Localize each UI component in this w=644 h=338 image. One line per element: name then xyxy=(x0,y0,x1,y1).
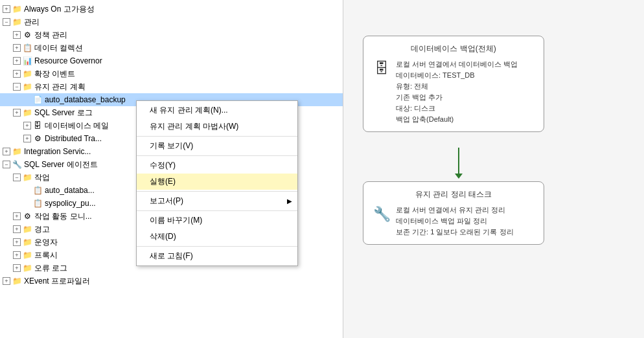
tree-label-integration: Integration Servic... xyxy=(24,147,91,156)
diagram-node-backup: 데이터베이스 백업(전체) 🗄 로컬 서버 연결에서 데이터베이스 백업 데이터… xyxy=(363,36,544,132)
folder-icon-integration: 📁 xyxy=(12,146,22,157)
expander-proxies[interactable]: + xyxy=(13,251,21,259)
menu-item-wizard[interactable]: 유지 관리 계획 마법사(W) xyxy=(137,118,297,135)
agent-icon: 🔧 xyxy=(12,159,22,170)
menu-sep-1 xyxy=(137,136,297,137)
expander-alerts[interactable]: + xyxy=(13,225,21,233)
right-panel: 데이터베이스 백업(전체) 🗄 로컬 서버 연결에서 데이터베이스 백업 데이터… xyxy=(343,0,644,338)
folder-icon-maintenance: 📁 xyxy=(22,82,32,92)
cleanup-line3: 보존 기간: 1 일보다 오래된 기록 정리 xyxy=(396,228,514,236)
folder-icon-jobs: 📁 xyxy=(22,172,32,183)
backup-line4: 기존 백업 추가 xyxy=(396,93,443,101)
gear-icon-resourcegov: 📊 xyxy=(22,56,32,66)
cleanup-text: 로컬 서버 연결에서 유지 관리 정리 데이터베이스 백업 파일 정리 보존 기… xyxy=(396,205,514,238)
tree-item-maintenance[interactable]: − 📁 유지 관리 계획 xyxy=(0,80,343,93)
expander-extevent[interactable]: + xyxy=(13,70,21,78)
tree-label-sqlagent: SQL Server 에이전트 xyxy=(24,159,98,170)
tree-label-alerts: 경고 xyxy=(34,224,50,235)
connector-arrow xyxy=(455,174,463,179)
expander-datacollection[interactable]: + xyxy=(13,44,21,52)
menu-label-execute: 실행(E) xyxy=(150,176,176,187)
menu-label-modify: 수정(Y) xyxy=(150,160,176,171)
menu-item-new-plan[interactable]: 새 유지 관리 계획(N)... xyxy=(137,102,297,118)
folder-icon-extevent: 📁 xyxy=(22,69,32,79)
tree-label-operators: 운영자 xyxy=(34,237,58,248)
expander-always-on[interactable]: + xyxy=(3,5,10,13)
cleanup-icon: 🔧 xyxy=(373,205,391,223)
node-backup-title: 데이터베이스 백업(전체) xyxy=(373,43,535,55)
menu-label-delete: 삭제(D) xyxy=(150,231,176,242)
tree-label-resourcegov: Resource Governor xyxy=(34,56,102,65)
menu-item-report[interactable]: 보고서(P) ▶ xyxy=(137,193,297,209)
tree-label-policy: 정책 관리 xyxy=(34,30,67,41)
folder-icon-errorlogs: 📁 xyxy=(22,263,32,273)
connector xyxy=(455,148,463,179)
node-backup-body: 🗄 로컬 서버 연결에서 데이터베이스 백업 데이터베이스: TEST_DB 유… xyxy=(373,59,535,125)
backup-line6: 백업 압축(Default) xyxy=(396,115,454,123)
db-icon-mail: 🗄 xyxy=(32,120,43,131)
menu-label-wizard: 유지 관리 계획 마법사(W) xyxy=(150,121,238,132)
tree-item-extevent[interactable]: + 📁 확장 이벤트 xyxy=(0,67,343,80)
tree-label-errorlogs: 오류 로그 xyxy=(34,263,67,274)
menu-item-modify[interactable]: 수정(Y) xyxy=(137,157,297,174)
expander-resourcegov[interactable]: + xyxy=(13,57,21,65)
menu-item-delete[interactable]: 삭제(D) xyxy=(137,229,297,245)
tree-label-maintenance: 유지 관리 계획 xyxy=(34,82,86,93)
tree-label-job-syspolicy: syspolicy_pu... xyxy=(45,199,96,208)
menu-item-view-history[interactable]: 기록 보기(V) xyxy=(137,138,297,154)
tree-label-datacollection: 데이터 컬렉션 xyxy=(34,43,83,54)
tree-label-job-auto: auto_databa... xyxy=(45,186,95,195)
menu-sep-3 xyxy=(137,191,297,192)
folder-icon-proxies: 📁 xyxy=(22,250,32,260)
gear-icon-job-activity: ⚙ xyxy=(22,211,32,221)
tree-item-xevent[interactable]: + 📁 XEvent 프로파일러 xyxy=(0,275,343,287)
expander-management[interactable]: − xyxy=(3,18,10,26)
menu-sep-2 xyxy=(137,155,297,156)
folder-icon: 📁 xyxy=(12,4,22,14)
expander-jobs[interactable]: − xyxy=(13,174,21,181)
expander-distributed[interactable]: + xyxy=(23,135,31,142)
tree-item-always-on[interactable]: + 📁 Always On 고가용성 xyxy=(0,3,343,16)
gear-icon-distributed: ⚙ xyxy=(32,133,43,144)
expander-xevent[interactable]: + xyxy=(3,277,10,285)
tree-item-resourcegov[interactable]: + 📊 Resource Governor xyxy=(0,54,343,67)
tree-label-auto-backup: auto_database_backup xyxy=(45,95,126,104)
tree-label-always-on: Always On 고가용성 xyxy=(24,4,95,15)
tree-label-sqlserver-log: SQL Server 로그 xyxy=(34,107,93,118)
cleanup-line1: 로컬 서버 연결에서 유지 관리 정리 xyxy=(396,206,505,214)
expander-db-mail[interactable]: + xyxy=(23,122,31,130)
expander-maintenance[interactable]: − xyxy=(13,83,21,91)
tree-label-xevent: XEvent 프로파일러 xyxy=(24,276,90,287)
menu-item-refresh[interactable]: 새로 고침(F) xyxy=(137,248,297,264)
menu-item-execute[interactable]: 실행(E) xyxy=(137,174,297,190)
tree-label-management: 관리 xyxy=(24,17,40,28)
folder-icon-sqlserver-log: 📁 xyxy=(22,107,32,118)
tree-item-datacollection[interactable]: + 📋 데이터 컬렉션 xyxy=(0,41,343,54)
tree-item-policy[interactable]: + ⚙ 정책 관리 xyxy=(0,28,343,41)
expander-sqlserver-log[interactable]: + xyxy=(13,109,21,117)
folder-icon-alerts: 📁 xyxy=(22,224,32,234)
menu-item-rename[interactable]: 이름 바꾸기(M) xyxy=(137,212,297,229)
folder-icon-xevent: 📁 xyxy=(12,276,22,286)
expander-errorlogs[interactable]: + xyxy=(13,264,21,272)
gear-icon-policy: ⚙ xyxy=(22,30,32,40)
expander-sqlagent[interactable]: − xyxy=(3,161,10,168)
folder-icon-management: 📁 xyxy=(12,17,22,27)
backup-line3: 유형: 전체 xyxy=(396,82,428,90)
diagram-area: 데이터베이스 백업(전체) 🗄 로컬 서버 연결에서 데이터베이스 백업 데이터… xyxy=(343,0,644,338)
tree-label-distributed: Distributed Tra... xyxy=(45,134,102,143)
tree-item-management[interactable]: − 📁 관리 xyxy=(0,16,343,28)
left-panel: + 📁 Always On 고가용성 − 📁 관리 + ⚙ 정책 관리 + 📋 … xyxy=(0,0,343,338)
tree-label-db-mail: 데이터베이스 메일 xyxy=(45,120,109,131)
expander-job-activity[interactable]: + xyxy=(13,212,21,220)
tree-label-jobs: 작업 xyxy=(34,172,50,183)
tree-label-job-activity: 작업 활동 모니... xyxy=(34,211,92,222)
tree-label-proxies: 프록시 xyxy=(34,250,58,261)
menu-label-refresh: 새로 고침(F) xyxy=(150,251,193,262)
menu-label-new-plan: 새 유지 관리 계획(N)... xyxy=(150,105,228,116)
expander-operators[interactable]: + xyxy=(13,238,21,246)
backup-icon: 🗄 xyxy=(373,59,391,77)
job-icon-syspolicy: 📋 xyxy=(32,198,43,208)
expander-policy[interactable]: + xyxy=(13,31,21,39)
expander-integration[interactable]: + xyxy=(3,148,10,155)
